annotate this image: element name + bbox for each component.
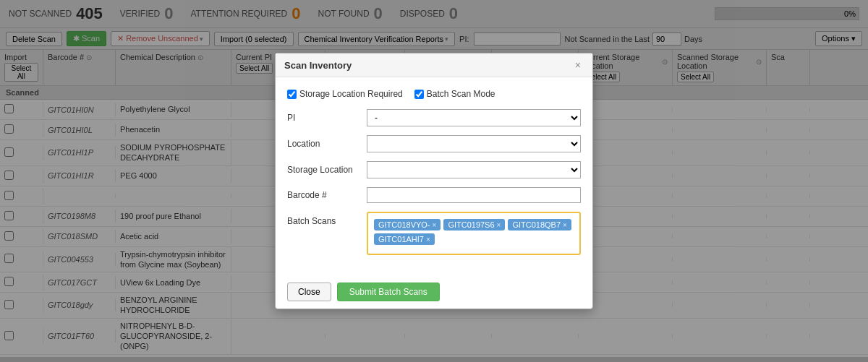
modal-header: Scan Inventory × bbox=[276, 53, 592, 77]
batch-scans-area: GITC018VYO-×GITC0197S6×GITC018QB7×GITC01… bbox=[367, 212, 581, 255]
close-button[interactable]: Close bbox=[287, 283, 331, 301]
barcode-input[interactable] bbox=[367, 187, 581, 203]
pi-row: PI - bbox=[287, 109, 581, 126]
modal-overlay: Scan Inventory × Storage Location Requir… bbox=[0, 0, 868, 357]
batch-tag-remove[interactable]: × bbox=[426, 236, 430, 244]
batch-scans-form-label: Batch Scans bbox=[287, 212, 367, 226]
storage-location-form-label: Storage Location bbox=[287, 165, 367, 175]
storage-location-required-item: Storage Location Required bbox=[287, 89, 403, 99]
pi-select[interactable]: - bbox=[367, 109, 581, 126]
location-select[interactable] bbox=[367, 135, 581, 152]
batch-tag-remove[interactable]: × bbox=[563, 221, 567, 229]
barcode-form-label: Barcode # bbox=[287, 190, 367, 200]
batch-scan-mode-item: Batch Scan Mode bbox=[414, 89, 495, 99]
modal-body: Storage Location Required Batch Scan Mod… bbox=[276, 77, 592, 275]
checkbox-row: Storage Location Required Batch Scan Mod… bbox=[287, 89, 581, 99]
storage-location-select[interactable] bbox=[367, 161, 581, 178]
modal-footer: Close Submit Batch Scans bbox=[276, 275, 592, 309]
pi-form-label: PI bbox=[287, 113, 367, 123]
storage-location-required-label: Storage Location Required bbox=[299, 89, 403, 99]
batch-tag[interactable]: GITC018QB7× bbox=[508, 219, 571, 230]
storage-location-row: Storage Location bbox=[287, 161, 581, 178]
location-row: Location bbox=[287, 135, 581, 152]
batch-tag-remove[interactable]: × bbox=[497, 221, 501, 229]
submit-batch-scans-button[interactable]: Submit Batch Scans bbox=[337, 283, 440, 301]
batch-scans-row: Batch Scans GITC018VYO-×GITC0197S6×GITC0… bbox=[287, 212, 581, 255]
location-form-label: Location bbox=[287, 139, 367, 149]
modal-close-button[interactable]: × bbox=[572, 59, 584, 71]
barcode-row: Barcode # bbox=[287, 187, 581, 203]
batch-scan-mode-checkbox[interactable] bbox=[414, 90, 424, 99]
batch-scan-mode-label: Batch Scan Mode bbox=[427, 89, 495, 99]
storage-location-required-checkbox[interactable] bbox=[287, 90, 297, 99]
modal-title: Scan Inventory bbox=[284, 60, 352, 71]
batch-tag[interactable]: GITC01AHI7× bbox=[374, 233, 435, 245]
batch-tag[interactable]: GITC0197S6× bbox=[443, 219, 505, 230]
batch-tag[interactable]: GITC018VYO-× bbox=[374, 219, 441, 230]
scan-inventory-modal: Scan Inventory × Storage Location Requir… bbox=[275, 53, 593, 309]
batch-tag-remove[interactable]: × bbox=[433, 221, 437, 229]
